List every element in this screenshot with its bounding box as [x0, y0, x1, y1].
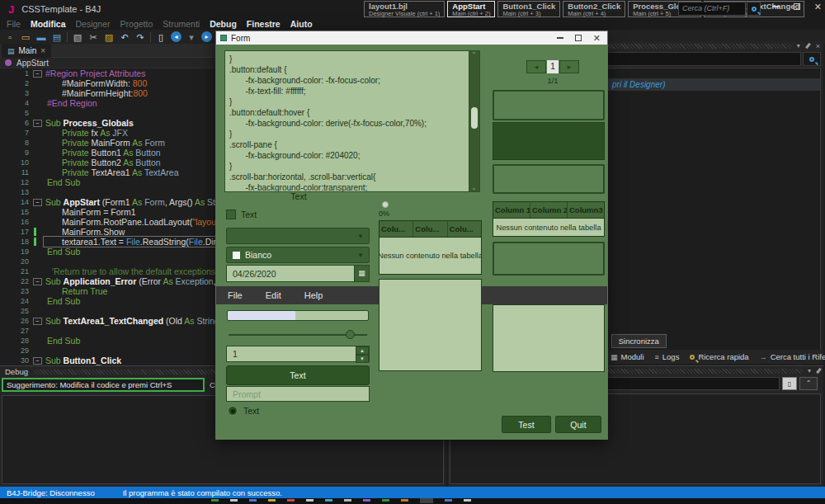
scroll-up-icon[interactable]: ⌃ — [471, 51, 477, 59]
page-next-button[interactable]: ▸ — [559, 60, 579, 73]
minimize-icon[interactable] — [772, 6, 780, 7]
quick-tab-button1-click[interactable]: Button1_ClickMain (ctrl + 3) — [497, 1, 560, 17]
quick-tab-button2-click[interactable]: Button2_ClickMain (ctrl + 4) — [563, 1, 625, 17]
column-header[interactable]: Colu... — [448, 221, 481, 237]
quit-button[interactable]: Quit — [555, 416, 601, 433]
paste-search-button[interactable]: ▯ — [782, 377, 797, 390]
column-header[interactable]: Column3 — [568, 202, 604, 218]
line-number: 28 — [0, 337, 33, 345]
menu-modifica[interactable]: Modifica — [31, 19, 66, 29]
tab-close-icon[interactable]: × — [40, 46, 45, 55]
menu-designer[interactable]: Designer — [76, 19, 111, 29]
radio-row[interactable]: Text — [228, 406, 259, 416]
scroll-down-icon[interactable]: ⌄ — [471, 184, 477, 191]
new-file-icon[interactable]: ▫ — [4, 32, 16, 42]
fold-icon[interactable]: − — [33, 199, 42, 206]
list-view-right[interactable] — [493, 304, 605, 372]
line-number: 16 — [0, 218, 33, 226]
menu-progetto[interactable]: Progetto — [120, 19, 153, 29]
global-search-input[interactable]: Cerca (Ctrl+F) — [678, 2, 746, 16]
bookmark-icon[interactable]: ▯ — [155, 32, 167, 42]
column-header[interactable]: Colu... — [380, 221, 413, 237]
form-menu-file[interactable]: File — [228, 290, 243, 300]
slider-thumb[interactable] — [346, 330, 355, 339]
form-menu-help[interactable]: Help — [304, 290, 323, 300]
fold-icon[interactable]: − — [33, 318, 42, 325]
side-tab-logs[interactable]: ≡Logs — [655, 352, 680, 361]
slider[interactable] — [229, 329, 367, 340]
close-icon[interactable]: ✕ — [593, 35, 601, 42]
quick-tab-layout1-bjl[interactable]: layout1.bjlDesigner Visuale (ctrl + 1) — [364, 1, 445, 17]
files-search-button[interactable] — [803, 52, 821, 66]
column-header[interactable]: Colu... — [413, 221, 447, 237]
text-button[interactable]: Text — [226, 365, 370, 385]
fold-icon[interactable]: − — [33, 120, 42, 127]
line-number: 18 — [0, 238, 33, 246]
date-picker[interactable]: 04/26/2020 ▦ — [226, 265, 370, 282]
save-icon[interactable]: ▬ — [35, 32, 47, 42]
tab-main[interactable]: ▤ Main × — [2, 44, 51, 58]
table-small[interactable]: Colu...Colu...Colu...Nessun contenuto ne… — [379, 220, 482, 275]
prompt-text-field[interactable]: Prompt — [226, 386, 370, 402]
cut-icon[interactable]: ✂ — [87, 32, 99, 42]
maximize-icon[interactable] — [575, 35, 582, 41]
combobox-empty[interactable]: ▼ — [226, 228, 370, 244]
chevron-down-icon[interactable]: ▾ — [797, 42, 800, 49]
checkbox[interactable] — [226, 210, 236, 219]
breadcrumb-label[interactable]: AppStart — [16, 59, 49, 68]
windows-taskbar[interactable] — [0, 498, 825, 504]
menu-strumenti[interactable]: Strumenti — [163, 19, 200, 29]
list-view-middle[interactable] — [379, 279, 482, 371]
save-all-icon[interactable]: ▤ — [51, 32, 63, 42]
fold-icon[interactable]: − — [33, 357, 42, 365]
checkbox-row[interactable]: Text — [226, 210, 257, 219]
test-button[interactable]: Test — [502, 416, 551, 433]
menu-file[interactable]: File — [7, 19, 21, 29]
spinner-up-icon[interactable]: ▲ — [356, 346, 369, 355]
spinner-down-icon[interactable]: ▼ — [356, 355, 369, 363]
undo-icon[interactable]: ↶ — [119, 32, 130, 42]
scrollbar-vertical[interactable]: ⌃ ⌄ — [469, 51, 479, 191]
navigate-back-icon[interactable]: ◂ — [171, 31, 182, 42]
table-right[interactable]: Column 1Column 2Column3Nessun contenuto … — [493, 201, 605, 237]
fold-icon[interactable]: − — [33, 278, 42, 285]
menu-debug[interactable]: Debug — [210, 19, 237, 29]
menu-finestre[interactable]: Finestre — [247, 19, 280, 29]
chevron-down-icon[interactable]: ▾ — [808, 367, 811, 374]
form-title-bar[interactable]: Form ✕ — [216, 31, 607, 45]
global-search-button[interactable] — [747, 2, 761, 16]
minimize-icon[interactable] — [557, 37, 563, 39]
side-tab-cerca-tutti-i-riferimenti-f7[interactable]: →Cerca tutti i Riferimenti (F7) — [760, 352, 825, 361]
close-icon[interactable]: × — [816, 42, 820, 50]
spinner[interactable]: 1 ▲ ▼ — [226, 346, 370, 362]
redo-icon[interactable]: ↷ — [134, 32, 146, 42]
history-caret-icon[interactable]: ▾ — [186, 32, 197, 42]
page-prev-button[interactable]: ◂ — [526, 60, 546, 73]
quick-tab-appstart[interactable]: AppStartMain (ctrl + 2) — [447, 1, 495, 17]
calendar-icon[interactable]: ▦ — [354, 266, 369, 281]
column-header[interactable]: Column 1 — [493, 202, 530, 218]
paste-icon[interactable]: ▨ — [103, 32, 115, 42]
fold-icon[interactable]: − — [33, 70, 42, 78]
table-empty-placeholder: Nessun contenuto nella tabella — [380, 238, 481, 274]
button-sincronizza[interactable]: Sincronizza — [611, 334, 667, 348]
close-icon[interactable]: ✕ — [814, 2, 822, 11]
css-text-area[interactable]: }.button:default { -fx-background-color:… — [224, 50, 480, 192]
copy-icon[interactable]: ▧ — [72, 32, 83, 42]
collapse-button[interactable]: ⌃ — [799, 377, 818, 390]
pin-icon[interactable] — [816, 368, 822, 374]
pin-icon[interactable] — [805, 43, 811, 49]
scrollbar-thumb[interactable] — [471, 107, 478, 129]
radio-button[interactable] — [228, 406, 238, 416]
open-project-icon[interactable]: ▭ — [20, 32, 31, 42]
form-menu-edit[interactable]: Edit — [266, 290, 281, 300]
maximize-icon[interactable] — [794, 3, 800, 10]
menu-aiuto[interactable]: Aiuto — [290, 19, 313, 29]
line-number: 4 — [0, 99, 33, 107]
combobox-color[interactable]: Bianco ▼ — [226, 247, 370, 263]
side-tab-ricerca-rapida[interactable]: Ricerca rapida — [690, 352, 748, 361]
navigate-forward-icon[interactable]: ▸ — [201, 31, 212, 42]
side-tab-moduli[interactable]: ▦Moduli — [610, 352, 644, 361]
code-text: End Sub — [47, 336, 80, 346]
column-header[interactable]: Column 2 — [530, 202, 568, 218]
